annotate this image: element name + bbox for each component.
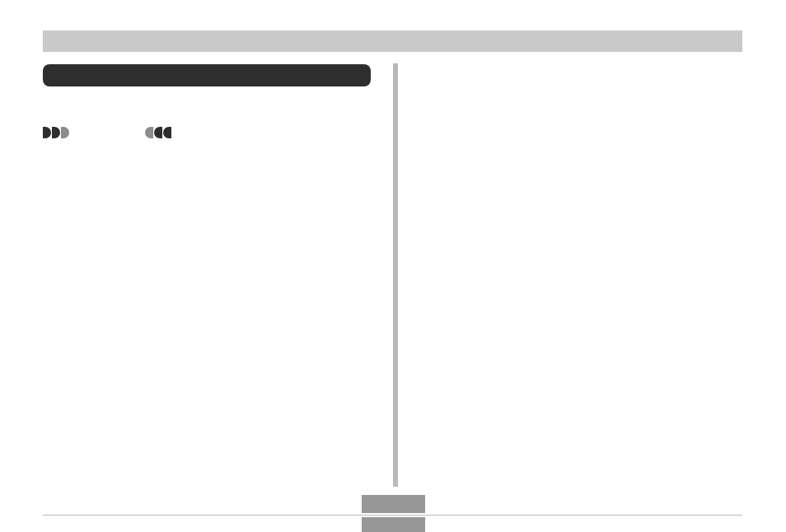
horizontal-rule xyxy=(43,515,742,516)
backward-icon xyxy=(145,127,153,138)
backward-icon xyxy=(154,127,162,138)
backward-icon-group xyxy=(145,127,171,138)
vertical-divider xyxy=(393,63,398,487)
page-tab-lower xyxy=(362,517,425,532)
backward-icon xyxy=(163,127,171,138)
forward-icon-group xyxy=(43,127,69,138)
page-tab-upper xyxy=(362,495,425,513)
forward-icon xyxy=(43,127,51,138)
title-bar xyxy=(43,64,371,86)
forward-icon xyxy=(61,127,69,138)
header-bar xyxy=(43,30,742,52)
forward-icon xyxy=(52,127,60,138)
